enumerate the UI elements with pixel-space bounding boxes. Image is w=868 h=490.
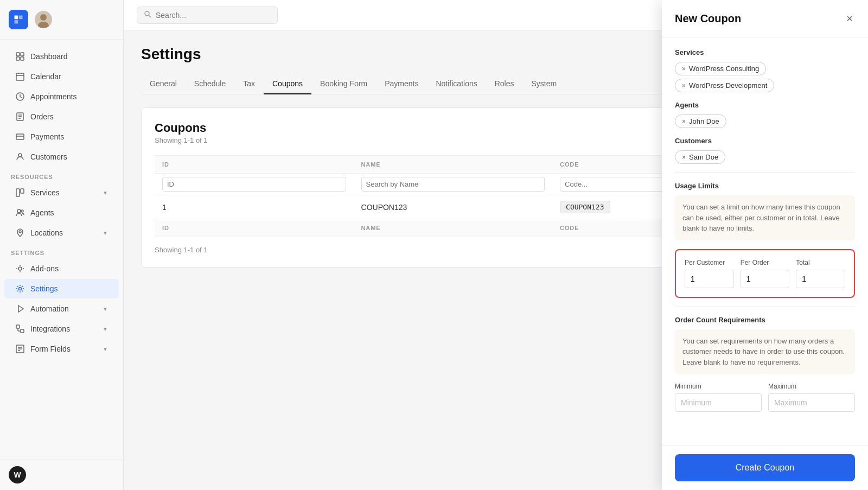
svg-point-28 xyxy=(19,231,21,233)
svg-line-45 xyxy=(149,15,151,17)
svg-point-27 xyxy=(21,210,23,212)
calendar-icon xyxy=(15,72,25,81)
tab-tax[interactable]: Tax xyxy=(234,74,264,94)
total-input[interactable] xyxy=(796,270,845,288)
svg-point-26 xyxy=(17,209,21,213)
svg-rect-21 xyxy=(16,134,24,139)
tab-notifications[interactable]: Notifications xyxy=(427,74,486,94)
sidebar-item-label: Agents xyxy=(30,208,54,217)
tab-roles[interactable]: Roles xyxy=(486,74,523,94)
remove-customer-button[interactable]: × xyxy=(682,154,686,161)
per-customer-input[interactable] xyxy=(685,270,734,288)
maximum-label: Maximum xyxy=(768,383,855,390)
sidebar-item-payments[interactable]: Payments xyxy=(4,127,119,147)
tab-booking-form[interactable]: Booking Form xyxy=(311,74,376,94)
sidebar-item-customers[interactable]: Customers xyxy=(4,147,119,167)
tab-coupons[interactable]: Coupons xyxy=(264,74,311,94)
panel-body: Services × WordPress Consulting × WordPr… xyxy=(662,37,868,445)
logo-icon[interactable] xyxy=(9,10,28,29)
chevron-down-icon: ▼ xyxy=(103,326,108,332)
sidebar-item-integrations[interactable]: Integrations ▼ xyxy=(4,319,119,339)
close-button[interactable]: × xyxy=(844,11,855,26)
agents-tags: × John Doe xyxy=(675,114,855,128)
customer-tag-label: Sam Doe xyxy=(689,153,718,161)
service-tag-label: WordPress Development xyxy=(689,81,767,90)
addons-icon xyxy=(15,264,25,273)
maximum-input[interactable] xyxy=(768,393,855,412)
sidebar-item-locations[interactable]: Locations ▼ xyxy=(4,223,119,243)
tab-payments[interactable]: Payments xyxy=(376,74,427,94)
svg-rect-6 xyxy=(16,53,20,56)
sidebar-item-label: Add-ons xyxy=(30,264,59,273)
total-label: Total xyxy=(796,259,845,266)
sidebar-item-form-fields[interactable]: Form Fields ▼ xyxy=(4,339,119,359)
usage-limits-label: Usage Limits xyxy=(675,182,855,190)
customers-icon xyxy=(15,152,25,162)
search-box[interactable] xyxy=(137,7,278,24)
svg-point-29 xyxy=(18,267,22,270)
create-coupon-button[interactable]: Create Coupon xyxy=(675,454,855,481)
column-header-id: ID xyxy=(155,156,354,174)
svg-rect-25 xyxy=(21,189,24,193)
svg-rect-8 xyxy=(16,57,20,60)
svg-point-23 xyxy=(18,154,22,157)
service-tag-wordpress-development: × WordPress Development xyxy=(675,79,774,92)
sidebar-item-label: Payments xyxy=(30,132,64,141)
divider-order-count xyxy=(675,307,855,307)
per-order-input[interactable] xyxy=(741,270,790,288)
svg-rect-36 xyxy=(16,325,20,328)
svg-rect-24 xyxy=(16,189,20,196)
sidebar-item-automation[interactable]: Automation ▼ xyxy=(4,299,119,319)
panel-title: New Coupon xyxy=(675,12,741,25)
chevron-down-icon: ▼ xyxy=(103,346,108,352)
order-count-label: Order Count Requirements xyxy=(675,316,855,324)
cell-name: COUPON123 xyxy=(354,195,553,219)
filter-name-input[interactable] xyxy=(361,177,545,192)
sidebar-item-label: Automation xyxy=(30,304,69,313)
per-order-label: Per Order xyxy=(741,259,790,266)
orders-icon xyxy=(15,112,25,122)
appointments-icon xyxy=(15,92,25,101)
tab-schedule[interactable]: Schedule xyxy=(186,74,234,94)
svg-rect-7 xyxy=(21,53,24,56)
sidebar-item-calendar[interactable]: Calendar xyxy=(4,67,119,86)
customer-tag-sam-doe: × Sam Doe xyxy=(675,150,725,164)
avatar[interactable] xyxy=(35,11,52,28)
divider-usage-limits xyxy=(675,173,855,173)
column-footer-id: ID xyxy=(155,219,354,237)
agent-tag-label: John Doe xyxy=(689,117,719,125)
sidebar-item-label: Dashboard xyxy=(30,52,68,61)
usage-limits-box: Per Customer Per Order Total xyxy=(675,249,855,298)
sidebar-item-agents[interactable]: Agents xyxy=(4,203,119,222)
customers-tags: × Sam Doe xyxy=(675,150,855,164)
remove-agent-button[interactable]: × xyxy=(682,118,686,125)
chevron-down-icon: ▼ xyxy=(103,190,108,196)
svg-line-16 xyxy=(20,97,22,98)
sidebar-item-orders[interactable]: Orders xyxy=(4,107,119,126)
chevron-down-icon: ▼ xyxy=(103,306,108,312)
new-coupon-panel: New Coupon × Services × WordPress Consul… xyxy=(662,0,868,490)
sidebar-item-appointments[interactable]: Appointments xyxy=(4,87,119,106)
sidebar-item-dashboard[interactable]: Dashboard xyxy=(4,47,119,66)
service-tag-label: WordPress Consulting xyxy=(689,65,759,73)
minimum-input[interactable] xyxy=(675,393,762,412)
usage-limits-grid: Per Customer Per Order Total xyxy=(685,259,845,288)
tab-system[interactable]: System xyxy=(523,74,566,94)
remove-service-development-button[interactable]: × xyxy=(682,82,686,90)
filter-id-input[interactable] xyxy=(162,177,346,192)
column-footer-name: NAME xyxy=(354,219,553,237)
agents-label: Agents xyxy=(675,101,855,109)
wordpress-icon[interactable]: W xyxy=(9,466,26,483)
search-input[interactable] xyxy=(156,11,264,20)
svg-point-44 xyxy=(145,11,149,16)
agents-icon xyxy=(15,208,25,218)
svg-rect-2 xyxy=(15,20,18,24)
sidebar-item-label: Services xyxy=(30,188,60,197)
remove-service-consulting-button[interactable]: × xyxy=(682,65,686,73)
sidebar-item-addons[interactable]: Add-ons xyxy=(4,259,119,278)
tab-general[interactable]: General xyxy=(141,74,186,94)
svg-rect-0 xyxy=(15,16,18,20)
sidebar-item-services[interactable]: Services ▼ xyxy=(4,183,119,202)
sidebar-item-settings[interactable]: Settings xyxy=(4,279,119,298)
total-field: Total xyxy=(796,259,845,288)
